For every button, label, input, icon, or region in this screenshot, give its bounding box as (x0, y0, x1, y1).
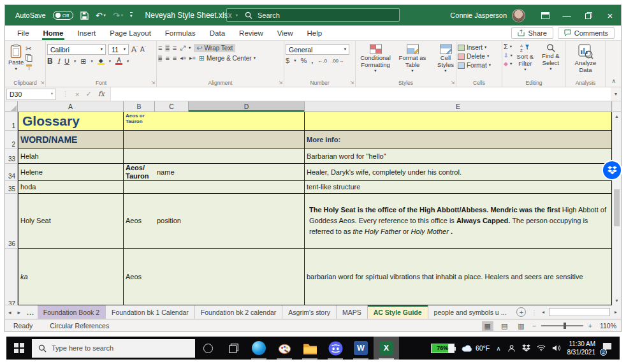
cell-a33[interactable]: Helah (18, 149, 124, 164)
save-icon[interactable] (80, 11, 89, 20)
font-color-icon[interactable]: A (115, 57, 122, 65)
row-header-33[interactable]: 33 (5, 149, 18, 164)
hidden-icons-chevron[interactable]: ∧ (496, 345, 500, 352)
name-box[interactable]: D30▾ (6, 89, 56, 100)
cell-e34[interactable]: Healer, Daryk's wife, completely under h… (305, 164, 612, 181)
align-right-icon[interactable]: ≡ (173, 55, 177, 62)
increase-indent-icon[interactable]: ▸≡ (189, 55, 196, 61)
close-button[interactable]: × (599, 5, 621, 25)
cell-a1[interactable]: Glossary (18, 112, 124, 131)
select-all-corner[interactable] (5, 101, 18, 112)
borders-icon[interactable]: ⊞ (80, 58, 86, 65)
cell-b36[interactable]: Aeos (124, 194, 155, 249)
paint-taskbar-button[interactable] (272, 337, 297, 360)
align-center-icon[interactable]: ≡ (165, 55, 169, 62)
cell-a36[interactable]: Holy Seat (18, 194, 124, 249)
currency-icon[interactable]: $ (286, 57, 289, 64)
ribbon-display-options-icon[interactable] (534, 5, 556, 25)
hscroll-left-icon[interactable]: ◂ (540, 309, 546, 315)
autosave-toggle[interactable]: Off (53, 11, 73, 20)
tab-page-layout[interactable]: Page Layout (103, 26, 158, 40)
cell-b37[interactable]: Aeos (124, 249, 155, 305)
excel-taskbar-button[interactable]: X (374, 337, 399, 360)
edge-taskbar-button[interactable] (246, 337, 272, 360)
cell-b33[interactable] (124, 149, 155, 164)
column-header-c[interactable]: C (155, 101, 189, 112)
cell-c35[interactable] (155, 181, 189, 194)
cut-icon[interactable]: ✂ (25, 45, 33, 52)
page-layout-view-icon[interactable]: ▤ (499, 321, 510, 331)
font-dialog-launcher[interactable]: ⇲ (151, 80, 155, 85)
normal-view-icon[interactable]: ▦ (482, 321, 493, 331)
enter-icon[interactable]: ✓ (85, 90, 91, 98)
merge-center-button[interactable]: ⊞Merge & Center▾ (199, 55, 256, 62)
sheet-nav-right-icon[interactable]: ▸ (15, 309, 24, 316)
hscrollbar-track[interactable] (549, 308, 610, 316)
cell-c37[interactable] (155, 249, 189, 305)
dropbox-badge[interactable] (603, 161, 621, 179)
decrease-font-icon[interactable]: Aˇ (140, 46, 146, 53)
document-title[interactable]: Neveyah Style Sheet.xlsx▾ (145, 11, 238, 20)
cell-e33[interactable]: Barbarian word for "hello" (305, 149, 612, 164)
row-header-1[interactable]: 1 (5, 112, 18, 131)
cell-b1[interactable]: Aeos or Tauron (124, 112, 155, 131)
insert-cells-button[interactable]: Insert▾ (458, 44, 491, 51)
collapse-ribbon-icon[interactable]: ∧ (611, 78, 616, 84)
cell-a34[interactable]: Helene (18, 164, 124, 181)
tab-home[interactable]: Home (36, 26, 71, 40)
clipboard-dialog-launcher[interactable]: ⇲ (40, 80, 44, 85)
file-explorer-taskbar-button[interactable] (297, 337, 323, 360)
font-name-select[interactable]: Calibri▾ (47, 44, 106, 55)
hscroll-right-icon[interactable]: ▸ (613, 309, 619, 315)
notification-center-button[interactable]: 2 (602, 342, 615, 354)
cell-a37[interactable]: ka (18, 249, 124, 305)
underline-icon[interactable]: U (64, 58, 69, 65)
search-box[interactable]: Search (226, 8, 400, 22)
scrollbar-thumb[interactable] (614, 189, 620, 226)
formula-input[interactable] (110, 87, 611, 101)
person-icon[interactable] (507, 344, 516, 353)
cell-e1[interactable] (305, 112, 612, 131)
styles-dialog-launcher[interactable]: ⇲ (451, 80, 455, 85)
customize-qat-icon[interactable]: ▾ (130, 12, 133, 18)
cortana-button[interactable] (195, 337, 221, 360)
clock[interactable]: 11:30 AM8/31/2021 (567, 340, 596, 356)
zoom-slider[interactable] (541, 325, 583, 326)
row-header-36[interactable]: 36 (5, 194, 18, 249)
avatar[interactable] (512, 9, 525, 22)
align-left-icon[interactable]: ≡ (158, 55, 162, 62)
comments-button[interactable]: Comments (558, 27, 615, 39)
user-name[interactable]: Connie Jasperson (450, 11, 507, 19)
cell-e36[interactable]: The Holy Seat is the office of the High … (305, 194, 612, 249)
expand-formula-bar-icon[interactable]: ▾ (611, 91, 621, 97)
sheet-tab-people-and-symbols[interactable]: people and symbols u ... (428, 305, 513, 319)
fill-button[interactable]: ⇩▾ (504, 53, 513, 59)
cell-c33[interactable] (155, 149, 189, 164)
new-sheet-button[interactable]: + (516, 307, 526, 317)
sheet-tab-asgrims-story[interactable]: Asgrim's story (282, 305, 337, 319)
bold-icon[interactable]: B (47, 57, 53, 65)
cell-c36[interactable]: position (155, 194, 189, 249)
start-button[interactable] (6, 337, 32, 360)
redo-button[interactable]: ↷▾ (113, 11, 123, 20)
cell-c1[interactable] (155, 112, 189, 131)
number-dialog-launcher[interactable]: ⇲ (350, 80, 354, 85)
conditional-formatting-button[interactable]: Conditional Formatting▾ (357, 43, 394, 75)
volume-icon[interactable] (552, 344, 561, 352)
sheet-tab-maps[interactable]: MAPS (337, 305, 368, 319)
fill-color-icon[interactable]: ◆ (98, 58, 105, 65)
tab-help[interactable]: Help (300, 26, 330, 40)
cell-b34[interactable]: Aeos/ Tauron (124, 164, 155, 181)
clear-button[interactable]: ◆▾ (504, 61, 513, 67)
column-header-b[interactable]: B (124, 101, 155, 112)
tab-data[interactable]: Data (203, 26, 232, 40)
restore-button[interactable] (578, 5, 599, 25)
cell-c2[interactable] (155, 131, 189, 149)
format-painter-icon[interactable] (25, 64, 33, 71)
word-taskbar-button[interactable]: W (348, 337, 374, 360)
cell-d34[interactable] (189, 164, 305, 181)
italic-icon[interactable]: I (57, 58, 60, 65)
tab-review[interactable]: Review (232, 26, 270, 40)
taskbar-search[interactable]: Type here to search (32, 339, 195, 358)
tab-insert[interactable]: Insert (70, 26, 103, 40)
